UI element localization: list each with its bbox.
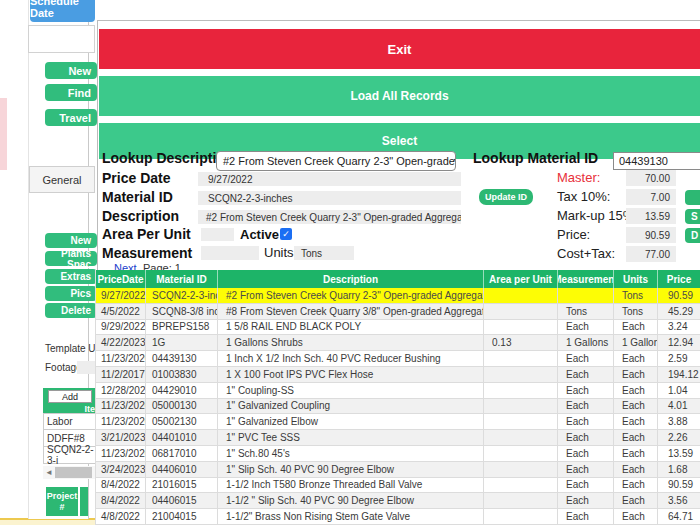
table-cell: 1.68 — [658, 462, 700, 478]
tab-general[interactable]: General — [29, 166, 95, 193]
table-cell: 4/8/2022 — [96, 509, 146, 525]
sidebar-button-delete[interactable]: Delete — [45, 303, 97, 318]
table-cell: 3/24/2023 — [96, 462, 146, 478]
project-header-hash: # — [59, 502, 64, 512]
table-cell: 2.26 — [658, 430, 700, 446]
add-item-button[interactable]: Add — [48, 390, 92, 403]
sidebar-button-find[interactable]: Find — [45, 84, 97, 101]
active-checkbox[interactable]: ✓ — [280, 228, 292, 240]
footage-field[interactable] — [77, 361, 96, 374]
material-id-field[interactable]: SCQN2-2-3-inches — [198, 191, 461, 205]
total-label-3: Price: — [557, 227, 590, 242]
measurement-field[interactable] — [201, 246, 259, 260]
total-value-4: 77.00 — [626, 246, 676, 262]
table-cell: 05002130 — [146, 414, 218, 430]
update-id-button[interactable]: Update ID — [479, 189, 533, 205]
sidebar-button-plants-spac[interactable]: Plants Spac — [45, 251, 97, 266]
table-cell: 45.29 — [658, 304, 700, 320]
table-row[interactable]: 11/23/2020068170101" Sch.80 45'sEachEach… — [96, 446, 700, 462]
column-header-4: Measurement — [558, 270, 614, 288]
table-cell: 1" Galvanized Elbow — [218, 414, 484, 430]
table-cell: Tons — [558, 304, 614, 320]
lookup-description-select[interactable]: #2 From Steven Creek Quarry 2-3" Open-gr… — [216, 151, 456, 171]
lookup-material-id-input[interactable]: 04439130 — [613, 152, 700, 170]
table-cell — [484, 351, 558, 367]
table-cell — [558, 288, 614, 304]
table-row[interactable]: 8/4/2022044060151-1/2 " Slip Sch. 40 PVC… — [96, 493, 700, 509]
table-row[interactable]: 4/22/20231G1 Gallons Shrubs0.131 Gallons… — [96, 335, 700, 351]
edge-button-0[interactable] — [685, 190, 700, 205]
table-cell: 0.13 — [484, 335, 558, 351]
table-cell: 12/28/2020 — [96, 383, 146, 399]
table-row[interactable]: 11/23/2020044391301 Inch X 1/2 Inch Sch.… — [96, 351, 700, 367]
load-all-records-button[interactable]: Load All Records — [99, 76, 700, 116]
table-cell: 3.24 — [658, 320, 700, 336]
exit-button[interactable]: Exit — [99, 29, 700, 69]
price-date-field[interactable]: 9/27/2022 — [198, 172, 461, 186]
table-cell: Tons — [614, 304, 658, 320]
edge-button-2[interactable]: D — [685, 228, 700, 243]
items-horizontal-scrollbar[interactable]: ◄ — [43, 466, 97, 479]
table-cell — [484, 446, 558, 462]
table-row[interactable]: 11/23/2020050001301" Galvanized Coupling… — [96, 399, 700, 415]
edge-button-1[interactable]: S — [685, 209, 700, 224]
table-cell: 90.59 — [658, 478, 700, 494]
table-cell: 21004015 — [146, 509, 218, 525]
price-table-body: 9/27/2022SCQN2-2-3-inches#2 From Steven … — [96, 288, 700, 525]
sidebar-button-new[interactable]: New — [45, 233, 97, 248]
table-row[interactable]: 3/24/2023044060101" Slip Sch. 40 PVC 90 … — [96, 462, 700, 478]
item-list-cell[interactable]: SCQN2-2-3-i — [43, 447, 97, 464]
table-cell: 1 Gallons — [614, 335, 658, 351]
table-cell: Each — [614, 399, 658, 415]
table-cell: Each — [558, 478, 614, 494]
table-cell: 90.59 — [658, 288, 700, 304]
table-cell: Each — [558, 399, 614, 415]
table-cell: 1.04 — [658, 383, 700, 399]
schedule-date-button[interactable]: Schedule Date — [30, 0, 95, 22]
sidebar-button-extras[interactable]: Extras — [45, 269, 97, 284]
background-window-sliver — [0, 98, 7, 170]
sidebar-button-new[interactable]: New — [45, 62, 97, 79]
table-cell: 4.01 — [658, 399, 700, 415]
table-row[interactable]: 9/29/2022BPREPS1581 5/8 RAIL END BLACK P… — [96, 320, 700, 336]
table-cell: 04429010 — [146, 383, 218, 399]
area-per-unit-label: Area Per Unit — [102, 226, 191, 242]
table-row[interactable]: 11/23/2020050021301" Galvanized ElbowEac… — [96, 414, 700, 430]
table-cell: 11/23/2020 — [96, 414, 146, 430]
table-cell: Each — [614, 493, 658, 509]
table-cell: 11/23/2020 — [96, 399, 146, 415]
table-cell — [484, 493, 558, 509]
table-cell: 4/22/2023 — [96, 335, 146, 351]
column-header-6: Price — [658, 270, 700, 288]
table-row[interactable]: 12/28/2020044290101" Coupling-SSEachEach… — [96, 383, 700, 399]
table-row[interactable]: 3/21/2023044010101" PVC Tee SSSEachEach2… — [96, 430, 700, 446]
scroll-left-icon[interactable]: ◄ — [43, 468, 55, 477]
table-cell: 1" PVC Tee SSS — [218, 430, 484, 446]
table-cell: Each — [614, 351, 658, 367]
table-cell: #2 From Steven Creek Quarry 2-3" Open-gr… — [218, 288, 484, 304]
table-row[interactable]: 4/8/2022210040151-1/2" Brass Non Rising … — [96, 509, 700, 525]
table-cell: 3.88 — [658, 414, 700, 430]
table-cell: 9/27/2022 — [96, 288, 146, 304]
units-field[interactable]: Tons — [294, 246, 354, 260]
table-row[interactable]: 11/2/2017010038301 X 100 Foot IPS PVC Fl… — [96, 367, 700, 383]
table-cell — [484, 320, 558, 336]
table-cell: 1" Coupling-SS — [218, 383, 484, 399]
table-cell — [484, 478, 558, 494]
table-cell: 64.71 — [658, 509, 700, 525]
table-cell: 8/4/2022 — [96, 493, 146, 509]
description-field[interactable]: #2 From Steven Creek Quarry 2-3" Open-gr… — [198, 210, 461, 224]
area-per-unit-field[interactable] — [201, 228, 234, 241]
sidebar-button-travel[interactable]: Travel — [45, 109, 97, 126]
sidebar-button-pics[interactable]: Pics — [45, 286, 97, 301]
scrollbar-thumb[interactable] — [55, 467, 92, 478]
table-cell — [484, 509, 558, 525]
table-row[interactable]: 8/4/2022210160151-1/2 Inch T580 Bronze T… — [96, 478, 700, 494]
table-cell: 1 5/8 RAIL END BLACK POLY — [218, 320, 484, 336]
item-list-cell[interactable]: Labor — [43, 413, 97, 430]
table-cell: Each — [558, 462, 614, 478]
table-cell: 04401010 — [146, 430, 218, 446]
table-row[interactable]: 4/5/2022SCQN8-3/8 inches#8 From Steven C… — [96, 304, 700, 320]
table-row[interactable]: 9/27/2022SCQN2-2-3-inches#2 From Steven … — [96, 288, 700, 304]
table-cell: 194.12 — [658, 367, 700, 383]
